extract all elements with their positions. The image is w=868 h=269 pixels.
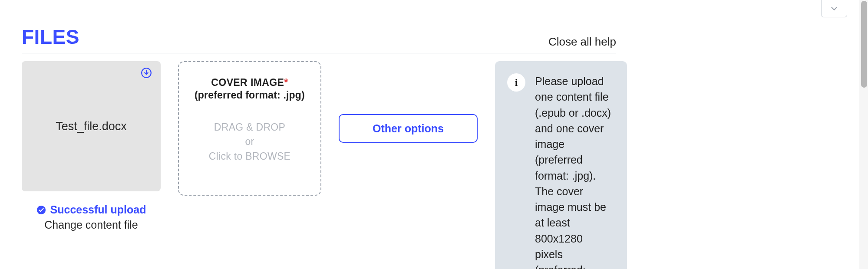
help-p1-text: Please upload one content file (.epub or… (535, 75, 611, 269)
info-icon: i (507, 73, 525, 92)
file-name-label: Test_file.docx (56, 120, 127, 133)
other-options-button[interactable]: Other options (339, 114, 478, 143)
close-all-help-link[interactable]: Close all help (548, 35, 616, 49)
dropzone-title-text: COVER IMAGE (211, 77, 284, 88)
chevron-down-icon (829, 4, 839, 13)
scrollbar-track[interactable] (859, 0, 868, 269)
scrollbar-thumb[interactable] (861, 1, 867, 88)
change-content-file-link[interactable]: Change content file (22, 219, 161, 231)
download-icon[interactable] (141, 67, 152, 80)
upload-status-text: Successful upload (50, 203, 146, 216)
dropzone-hint-line: DRAG & DROP (187, 120, 313, 134)
uploaded-file-card: Test_file.docx Successful upload Change … (22, 61, 161, 231)
file-thumbnail[interactable]: Test_file.docx (22, 61, 161, 191)
dropzone-title: COVER IMAGE* (187, 77, 313, 89)
dropzone-hint-line: or (187, 134, 313, 149)
other-options-label: Other options (373, 122, 444, 135)
upload-status: Successful upload (22, 203, 161, 216)
page-title: FILES (22, 25, 79, 49)
header-dropdown-toggle[interactable] (821, 0, 847, 17)
help-panel: i Please upload one content file (.epub … (495, 61, 627, 269)
help-text: Please upload one content file (.epub or… (535, 73, 612, 269)
dropzone-hint: DRAG & DROP or Click to BROWSE (187, 120, 313, 164)
cover-image-dropzone[interactable]: COVER IMAGE* (preferred format: .jpg) DR… (178, 61, 321, 196)
section-header: FILES Close all help (22, 0, 616, 53)
check-circle-icon (36, 205, 46, 215)
dropzone-subtitle: (preferred format: .jpg) (187, 89, 313, 101)
required-asterisk: * (284, 77, 288, 88)
dropzone-hint-line: Click to BROWSE (187, 149, 313, 164)
